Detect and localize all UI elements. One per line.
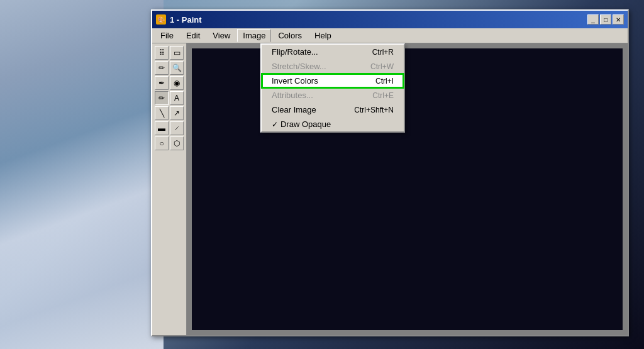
paint-window: 🎨 1 - Paint _ □ ✕ File Edit View Image C… (151, 9, 629, 336)
menu-bar: File Edit View Image Colors Help (152, 28, 628, 43)
tool-rounded-rect[interactable]: ⬡ (170, 136, 184, 150)
desktop-paint-texture (0, 0, 164, 349)
window-title: 1 - Paint (170, 15, 584, 25)
close-button[interactable]: ✕ (613, 14, 624, 25)
menu-invert-colors[interactable]: Invert Colors Ctrl+I (262, 74, 404, 88)
tool-eraser[interactable]: ✏ (155, 61, 169, 75)
invert-colors-shortcut: Ctrl+I (375, 77, 394, 86)
minimize-button[interactable]: _ (587, 14, 599, 25)
canvas-area[interactable] (187, 43, 628, 335)
maximize-button[interactable]: □ (600, 14, 611, 25)
menu-view[interactable]: View (207, 29, 236, 42)
tool-select-rect[interactable]: ▭ (170, 46, 184, 60)
tool-polygon[interactable]: ⟋ (170, 121, 184, 135)
tool-text[interactable]: A (170, 91, 184, 105)
tool-fill[interactable]: ◉ (170, 76, 184, 90)
draw-opaque-label: ✓ Draw Opaque (272, 119, 331, 129)
tool-ellipse[interactable]: ○ (155, 136, 169, 150)
menu-attributes[interactable]: Attributes... Ctrl+E (262, 88, 404, 102)
menu-file[interactable]: File (155, 29, 179, 42)
clear-image-label: Clear Image (272, 105, 316, 114)
window-controls: _ □ ✕ (587, 14, 624, 25)
tool-zoom[interactable]: 🔍 (170, 61, 184, 75)
tool-line[interactable]: ╲ (155, 106, 169, 120)
menu-edit[interactable]: Edit (180, 29, 206, 42)
stretch-skew-label: Stretch/Skew... (272, 62, 326, 71)
image-dropdown-menu: Flip/Rotate... Ctrl+R Stretch/Skew... Ct… (260, 43, 405, 133)
menu-draw-opaque[interactable]: ✓ Draw Opaque (262, 117, 404, 131)
canvas[interactable] (192, 48, 623, 330)
stretch-skew-shortcut: Ctrl+W (370, 62, 394, 71)
menu-colors[interactable]: Colors (272, 29, 308, 42)
draw-opaque-check: ✓ (272, 120, 278, 129)
flip-rotate-shortcut: Ctrl+R (372, 48, 394, 57)
title-bar: 🎨 1 - Paint _ □ ✕ (152, 11, 628, 28)
tool-pencil[interactable]: ✏ (155, 91, 169, 105)
menu-stretch-skew[interactable]: Stretch/Skew... Ctrl+W (262, 59, 404, 74)
tool-pick-color[interactable]: ✒ (155, 76, 169, 90)
invert-colors-label: Invert Colors (272, 76, 318, 86)
app-icon: 🎨 (156, 14, 166, 25)
attributes-label: Attributes... (272, 91, 313, 100)
menu-help[interactable]: Help (309, 29, 337, 42)
tool-select-free[interactable]: ⠿ (155, 46, 169, 60)
menu-clear-image[interactable]: Clear Image Ctrl+Shft+N (262, 102, 404, 117)
tool-rect-fill[interactable]: ▬ (155, 121, 169, 135)
toolbar: ⠿ ▭ ✏ 🔍 ✒ ◉ ✏ A ╲ ↗ ▬ ⟋ ○ ⬡ (152, 43, 187, 335)
clear-image-shortcut: Ctrl+Shft+N (354, 106, 394, 114)
attributes-shortcut: Ctrl+E (372, 91, 394, 100)
flip-rotate-label: Flip/Rotate... (272, 47, 318, 57)
menu-image[interactable]: Image (237, 29, 271, 42)
menu-flip-rotate[interactable]: Flip/Rotate... Ctrl+R (262, 45, 404, 59)
tool-curve[interactable]: ↗ (170, 106, 184, 120)
